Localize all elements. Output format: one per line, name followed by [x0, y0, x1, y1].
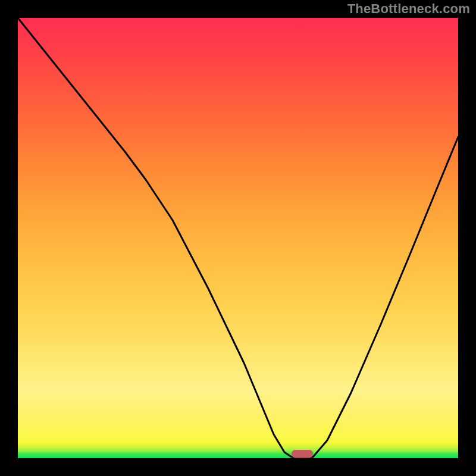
plot-area [18, 18, 458, 458]
optimal-marker [292, 450, 313, 458]
watermark-label: TheBottleneck.com [347, 1, 470, 17]
bottleneck-curve [18, 18, 458, 458]
chart-frame [18, 18, 458, 458]
